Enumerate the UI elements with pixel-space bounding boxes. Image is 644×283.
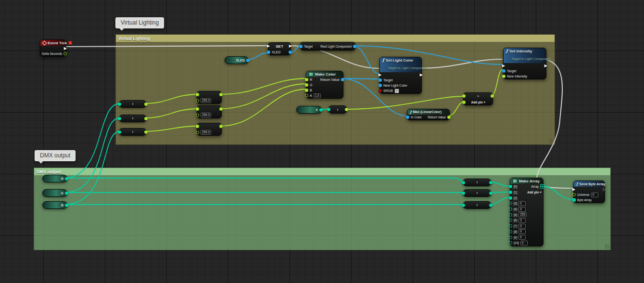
node-dmx-conversion-r[interactable]: [463, 179, 492, 186]
exec-out-pin[interactable]: ▷: [603, 188, 606, 192]
new-intensity-pin[interactable]: [502, 75, 505, 78]
conv-out-pin[interactable]: [144, 103, 148, 106]
array-element-pin[interactable]: [509, 207, 512, 211]
array-element-pin[interactable]: [509, 236, 512, 239]
divide-value-field[interactable]: 255.0: [201, 113, 211, 117]
element-value-field[interactable]: 0: [518, 207, 526, 212]
exec-out-pin[interactable]: ▶: [64, 47, 67, 51]
node-xled-getter[interactable]: XLED: [225, 56, 249, 64]
new-light-color-pin[interactable]: [379, 84, 382, 87]
delta-seconds-pin[interactable]: [63, 52, 67, 55]
array-element-pin[interactable]: [509, 213, 512, 217]
conv-out-pin[interactable]: [489, 204, 492, 207]
target-pin[interactable]: [379, 78, 382, 82]
conv-in-pin[interactable]: [462, 192, 465, 195]
rect-light-out-pin[interactable]: [353, 45, 356, 48]
divide-in-pin[interactable]: [196, 125, 199, 128]
divide-b-pin[interactable]: [196, 114, 199, 117]
array-element-pin[interactable]: [509, 191, 512, 194]
node-event-tick[interactable]: Event Tick ▶ Delta Seconds: [40, 39, 66, 57]
node-set-xled[interactable]: ▶ SET ▶ XLED: [268, 42, 291, 55]
node-divide-r[interactable]: 255.0: [197, 91, 222, 104]
divide-b-pin[interactable]: [196, 99, 199, 103]
element-value-field[interactable]: 0: [518, 218, 526, 223]
g-out-pin[interactable]: [65, 192, 68, 195]
in-color-pin[interactable]: [406, 116, 409, 119]
srgb-pin[interactable]: [379, 89, 382, 92]
node-send-byte-array[interactable]: ƒ Send Byte Array ▶ ▷ Universe 0 Byte Ar…: [573, 180, 605, 203]
return-value-pin[interactable]: [341, 78, 344, 81]
multiply-out-pin[interactable]: [491, 94, 494, 98]
array-out-pin[interactable]: [540, 184, 544, 189]
array-element-pin[interactable]: [509, 202, 512, 205]
element-value-field[interactable]: 0: [518, 201, 526, 206]
multiply-in2-pin[interactable]: [462, 101, 466, 104]
divide-out-pin[interactable]: [219, 125, 223, 128]
xled-in-pin[interactable]: [267, 51, 270, 54]
xled-out-pin[interactable]: [246, 59, 250, 62]
b-out-pin[interactable]: [65, 204, 68, 207]
divide-out-pin[interactable]: [219, 107, 223, 111]
conv-out-pin[interactable]: [144, 117, 148, 120]
conv-out-pin[interactable]: [345, 108, 348, 111]
b-in-pin[interactable]: [305, 89, 308, 92]
array-element-pin[interactable]: [509, 196, 512, 200]
conv-in-pin[interactable]: [118, 117, 121, 120]
conv-in-pin[interactable]: [462, 204, 465, 207]
graph-canvas[interactable]: Virtual Lighting DMX output: [0, 0, 644, 283]
element-value-field[interactable]: 0: [518, 229, 526, 234]
node-dmx-conversion-g[interactable]: [463, 189, 492, 197]
return-value-pin[interactable]: [447, 116, 451, 119]
comment-dmx-output-header[interactable]: DMX output: [34, 168, 610, 175]
node-divide-b[interactable]: 255.0: [197, 123, 222, 136]
conv-in-pin[interactable]: [327, 108, 330, 111]
array-element-pin[interactable]: [509, 185, 512, 188]
divide-out-pin[interactable]: [219, 93, 223, 96]
divide-in-pin[interactable]: [196, 93, 199, 96]
array-element-pin[interactable]: [509, 219, 512, 222]
array-element-pin[interactable]: [509, 230, 512, 233]
element-value-field[interactable]: 255: [518, 212, 527, 217]
node-multiply[interactable]: × Add pin +: [463, 92, 493, 105]
exec-in-pin[interactable]: ▶: [267, 44, 270, 48]
a-in-pin[interactable]: [305, 94, 308, 97]
conv-in-pin[interactable]: [462, 181, 465, 184]
exec-in-pin[interactable]: ▶: [502, 64, 505, 68]
divide-value-field[interactable]: 255.0: [201, 98, 211, 103]
node-b-getter[interactable]: B: [42, 201, 67, 209]
g-in-pin[interactable]: [305, 83, 308, 87]
xled-passthrough-pin[interactable]: [289, 51, 292, 54]
exec-out-pin[interactable]: ▶: [544, 64, 547, 68]
node-conversion-r[interactable]: [119, 100, 147, 108]
array-element-pin[interactable]: [509, 241, 512, 244]
add-pin-button[interactable]: Add pin +: [471, 101, 486, 104]
r-in-pin[interactable]: [305, 78, 308, 81]
conv-in-pin[interactable]: [118, 103, 121, 106]
divide-in-pin[interactable]: [196, 107, 199, 111]
node-make-array[interactable]: Make Array [0] Array [1] Add pin + [2] […: [510, 178, 543, 246]
node-r-getter[interactable]: R: [42, 175, 67, 182]
element-value-field[interactable]: 0: [518, 224, 526, 229]
node-set-intensity[interactable]: ƒ Set Intensity Target is Light Componen…: [503, 48, 546, 79]
exec-out-pin[interactable]: ▶: [289, 44, 292, 48]
node-rect-light-component[interactable]: Target Rect Light Component: [300, 42, 355, 51]
conv-out-pin[interactable]: [489, 192, 492, 195]
array-element-pin[interactable]: [509, 224, 512, 228]
conv-out-pin[interactable]: [489, 181, 492, 184]
v-out-pin[interactable]: [319, 108, 323, 112]
byte-array-pin[interactable]: [572, 198, 576, 202]
node-conversion-g[interactable]: [119, 115, 147, 122]
node-v-getter[interactable]: V: [296, 106, 322, 114]
exec-in-pin[interactable]: ▶: [572, 188, 575, 192]
universe-value-field[interactable]: 0: [591, 193, 598, 197]
node-divide-g[interactable]: 255.0: [197, 105, 222, 118]
srgb-checkbox[interactable]: ✓: [394, 89, 399, 93]
node-dmx-conversion-b[interactable]: [463, 201, 492, 209]
conv-in-pin[interactable]: [118, 130, 121, 134]
comment-virtual-lighting-header[interactable]: Virtual Lighting: [116, 35, 555, 42]
node-set-light-color[interactable]: ƒ Set Light Color Target is Light Compon…: [379, 57, 422, 94]
exec-out-pin[interactable]: ▶: [420, 73, 423, 77]
element-value-field[interactable]: 0: [520, 241, 528, 245]
node-max-linearcolor[interactable]: ƒ Max (LinearColor) In Color Return Valu…: [407, 109, 450, 120]
multiply-in1-pin[interactable]: [462, 94, 466, 98]
